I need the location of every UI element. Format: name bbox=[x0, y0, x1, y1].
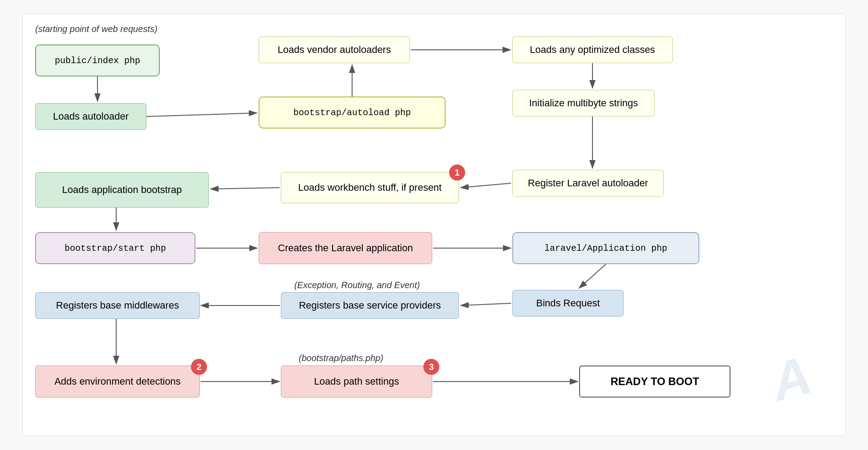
node-laravel-application: laravel/Application php bbox=[512, 232, 699, 264]
node-registers-middlewares: Registers base middlewares bbox=[35, 292, 200, 319]
bootstrap-paths-label: (bootstrap/paths.php) bbox=[299, 353, 383, 363]
node-loads-path: Loads path settings bbox=[281, 366, 432, 398]
svg-line-2 bbox=[146, 113, 257, 117]
node-init-multibyte: Initialize multibyte strings bbox=[512, 90, 655, 117]
exception-routing-label: (Exception, Routing, and Event) bbox=[294, 280, 420, 290]
node-loads-vendor: Loads vendor autoloaders bbox=[259, 36, 410, 63]
node-creates-laravel: Creates the Laravel application bbox=[259, 232, 432, 264]
node-register-laravel: Register Laravel autoloader bbox=[512, 170, 664, 197]
node-registers-service: Registers base service providers bbox=[281, 292, 459, 319]
node-ready-to-boot: READY TO BOOT bbox=[579, 366, 730, 398]
node-loads-workbench: Loads workbench stuff, if present bbox=[281, 172, 459, 203]
node-binds-request: Binds Request bbox=[512, 290, 624, 317]
svg-line-8 bbox=[211, 188, 280, 189]
node-adds-env: Adds environment detections bbox=[35, 366, 200, 398]
node-loads-app-bootstrap: Loads application bootstrap bbox=[35, 172, 209, 208]
watermark: A bbox=[765, 344, 817, 413]
node-public-index: public/index php bbox=[35, 44, 160, 76]
badge-3: 3 bbox=[423, 359, 439, 375]
starting-point-label: (starting point of web requests) bbox=[35, 24, 158, 34]
node-loads-optimized: Loads any optimized classes bbox=[512, 36, 673, 63]
svg-line-7 bbox=[461, 183, 511, 188]
svg-line-12 bbox=[579, 264, 606, 288]
node-loads-autoloader: Loads autoloader bbox=[35, 103, 146, 130]
badge-1: 1 bbox=[449, 165, 465, 181]
svg-line-13 bbox=[461, 303, 511, 305]
node-bootstrap-start: bootstrap/start php bbox=[35, 232, 195, 264]
diagram-container: A (starting point of web requests) publi… bbox=[22, 14, 846, 436]
badge-2: 2 bbox=[191, 359, 207, 375]
node-bootstrap-autoload: bootstrap/autoload php bbox=[259, 96, 446, 129]
